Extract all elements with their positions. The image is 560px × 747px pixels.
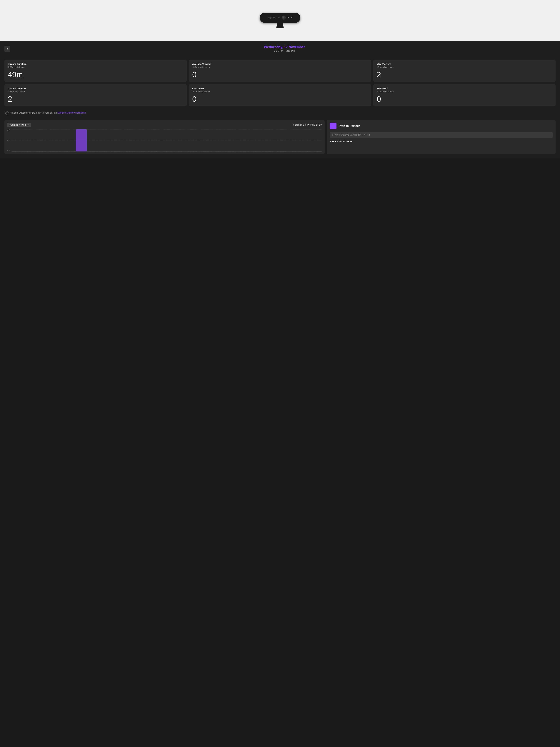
chart-header: Average Viewers ⟳ Peaked at 2 viewers at… (7, 123, 322, 127)
stats-grid: Stream Duration 1h29m last stream 49m Av… (4, 60, 556, 106)
bar-group-3 (58, 129, 74, 151)
webcam-mount (276, 23, 284, 28)
bar-group-14 (229, 129, 244, 151)
stat-card-0: Stream Duration 1h29m last stream 49m (4, 60, 187, 82)
date-time: 2:21 PM – 3:10 PM (14, 49, 556, 52)
chart-tab-button[interactable]: Average Viewers ⟳ (7, 123, 31, 127)
bar-group-16 (260, 129, 275, 151)
bar-group-6 (104, 129, 120, 151)
bottom-row: Average Viewers ⟳ Peaked at 2 viewers at… (4, 120, 556, 154)
webcam-dot2 (288, 17, 289, 18)
back-button[interactable]: ‹ (4, 46, 10, 52)
webcam-device: logitech (260, 12, 300, 28)
partner-goal: Stream for 25 hours (330, 140, 553, 143)
bar-group-4 (74, 129, 89, 151)
bar-group-15 (244, 129, 260, 151)
info-bar: ? Not sure what these stats mean? Check … (4, 109, 556, 117)
header-row: ‹ Wednesday, 17 November 2:21 PM – 3:10 … (4, 45, 556, 55)
chart-tab-icon: ⟳ (27, 124, 29, 126)
chart-card: Average Viewers ⟳ Peaked at 2 viewers at… (4, 120, 325, 154)
webcam-area: logitech (0, 0, 560, 41)
bar-group-18 (291, 129, 306, 151)
stat-label-0: Stream Duration (8, 62, 183, 66)
stat-value-1: 0 (192, 71, 368, 79)
y-axis: 0.80.60.4 (7, 129, 10, 152)
partner-header: Path to Partner (330, 123, 553, 129)
stat-label-1: Average Viewers (192, 62, 368, 66)
chart-area: 0.80.60.4 (7, 129, 322, 152)
stat-card-4: Live Views -12 from last stream 0 (189, 84, 371, 106)
partner-title: Path to Partner (339, 124, 360, 128)
chart-bars (11, 129, 322, 152)
dashboard: ‹ Wednesday, 17 November 2:21 PM – 3:10 … (0, 42, 560, 158)
stat-change-3: -4 from last stream (8, 91, 183, 93)
webcam-led (291, 17, 292, 18)
chart-tab-label: Average Viewers (10, 124, 26, 126)
bar-group-7 (120, 129, 136, 151)
chart-peak: Peaked at 2 viewers at 14:20 (292, 124, 322, 126)
bar-group-2 (43, 129, 58, 151)
stat-label-4: Live Views (192, 87, 368, 90)
stat-label-3: Unique Chatters (8, 87, 183, 90)
stat-value-0: 49m (8, 71, 183, 79)
info-text: Not sure what these stats mean? Check ou… (10, 111, 86, 114)
stat-card-1: Average Viewers +0 from last stream 0 (189, 60, 371, 82)
date-title: Wednesday, 17 November (14, 45, 556, 49)
webcam-lens (282, 16, 286, 20)
bar-group-19 (306, 129, 322, 151)
stat-change-2: +0 from last stream (377, 66, 552, 68)
bar-group-5 (89, 129, 105, 151)
stat-change-1: +0 from last stream (192, 66, 368, 68)
bar-4 (76, 129, 87, 151)
webcam-dot (278, 17, 279, 18)
bar-group-17 (275, 129, 291, 151)
partner-icon (330, 123, 337, 129)
stat-value-4: 0 (192, 95, 368, 103)
stat-card-2: Max Viewers +0 from last stream 2 (373, 60, 556, 82)
y-axis-label: 0.4 (7, 150, 10, 152)
partner-card: Path to Partner 30-day Performance (10/2… (327, 120, 556, 154)
y-axis-label: 0.6 (7, 139, 10, 141)
stat-value-2: 2 (377, 71, 552, 79)
stat-value-3: 2 (8, 95, 183, 103)
stat-change-5: +0 from last stream (377, 91, 552, 93)
bar-group-13 (213, 129, 229, 151)
peak-value: 2 viewers (303, 124, 313, 126)
stat-change-4: -12 from last stream (192, 91, 368, 93)
stat-label-2: Max Viewers (377, 62, 552, 66)
stream-definitions-link[interactable]: Stream Summary Definitions. (57, 111, 86, 114)
date-info: Wednesday, 17 November 2:21 PM – 3:10 PM (14, 45, 556, 52)
stat-label-5: Followers (377, 87, 552, 90)
stat-value-5: 0 (377, 95, 552, 103)
y-axis-label: 0.8 (7, 129, 10, 131)
bar-group-12 (197, 129, 213, 151)
bar-group-10 (166, 129, 182, 151)
bar-group-8 (136, 129, 151, 151)
stat-change-0: 1h29m last stream (8, 66, 183, 68)
info-icon: ? (5, 111, 8, 114)
webcam-brand-label: logitech (268, 17, 276, 19)
bar-group-9 (151, 129, 167, 151)
stat-card-5: Followers +0 from last stream 0 (373, 84, 556, 106)
partner-period: 30-day Performance (10/20/21 – 11/18 (330, 132, 553, 138)
bar-group-11 (182, 129, 197, 151)
bar-group-0 (11, 129, 27, 151)
stat-card-3: Unique Chatters -4 from last stream 2 (4, 84, 187, 106)
bar-group-1 (27, 129, 43, 151)
webcam-body: logitech (260, 12, 300, 23)
monitor-frame: ‹ Wednesday, 17 November 2:21 PM – 3:10 … (0, 41, 560, 158)
